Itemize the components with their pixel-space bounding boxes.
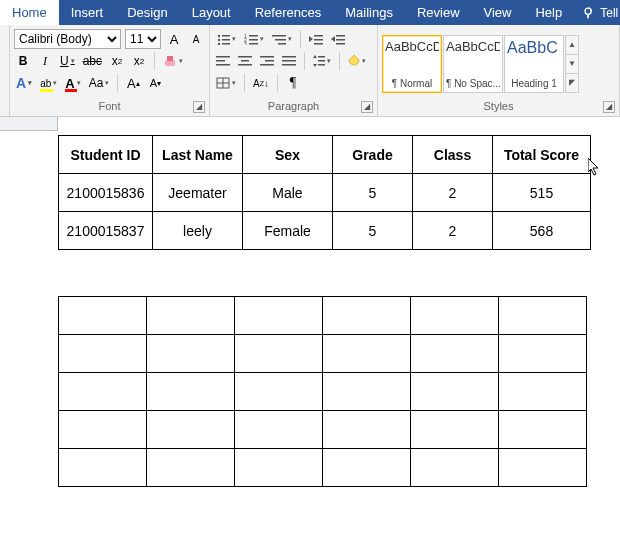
bullets-button[interactable] [214,29,238,49]
table-cell[interactable] [59,373,147,411]
table-cell[interactable] [323,297,411,335]
clear-formatting-button[interactable] [161,51,185,71]
table-cell[interactable] [235,335,323,373]
show-marks-button[interactable]: ¶ [284,73,302,93]
table-cell[interactable]: Jeemater [153,174,243,212]
column-header[interactable]: Class [413,136,493,174]
styles-scroll[interactable]: ▲▼◤ [565,35,579,93]
column-header[interactable]: Last Name [153,136,243,174]
table-cell[interactable] [499,411,587,449]
table-cell[interactable] [411,335,499,373]
style-heading-1[interactable]: AaBbCHeading 1 [504,35,564,93]
tab-review[interactable]: Review [405,0,472,25]
subscript-button[interactable]: x2 [108,51,126,71]
table-cell[interactable]: 5 [333,174,413,212]
increase-indent-button[interactable] [329,29,347,49]
table-cell[interactable] [411,297,499,335]
table-cell[interactable] [147,373,235,411]
shading-button[interactable] [346,51,368,71]
table-cell[interactable]: 2 [413,174,493,212]
table-cell[interactable]: 5 [333,212,413,250]
tab-home[interactable]: Home [0,0,59,25]
table-cell[interactable]: Female [243,212,333,250]
shrink-font-button-2[interactable]: A▾ [146,73,164,93]
styles-gallery[interactable]: AaBbCcDc¶ NormalAaBbCcDc¶ No Spac...AaBb… [382,33,615,95]
style--no-spac-[interactable]: AaBbCcDc¶ No Spac... [443,35,503,93]
table-cell[interactable]: 2100015837 [59,212,153,250]
text-effects-button[interactable]: A [14,73,34,93]
table-header-row[interactable]: Student IDLast NameSexGradeClassTotal Sc… [59,136,591,174]
column-header[interactable]: Student ID [59,136,153,174]
table-cell[interactable]: 2100015836 [59,174,153,212]
tab-layout[interactable]: Layout [180,0,243,25]
table-row[interactable] [59,411,587,449]
font-size-select[interactable]: 11 [125,29,161,49]
line-spacing-button[interactable] [311,51,333,71]
bold-button[interactable]: B [14,51,32,71]
sort-button[interactable]: AZ↓ [251,73,271,93]
strikethrough-button[interactable]: abc [81,51,104,71]
font-dialog-launcher[interactable]: ◢ [193,101,205,113]
tab-mailings[interactable]: Mailings [333,0,405,25]
underline-button[interactable]: U [58,51,77,71]
table-cell[interactable] [59,335,147,373]
table-cell[interactable] [235,449,323,487]
table-cell[interactable] [411,373,499,411]
table-cell[interactable] [411,449,499,487]
table-cell[interactable] [411,411,499,449]
decrease-indent-button[interactable] [307,29,325,49]
justify-button[interactable] [280,51,298,71]
student-table[interactable]: Student IDLast NameSexGradeClassTotal Sc… [58,135,591,250]
font-name-select[interactable]: Calibri (Body) [14,29,121,49]
style--normal[interactable]: AaBbCcDc¶ Normal [382,35,442,93]
align-center-button[interactable] [236,51,254,71]
table-row[interactable] [59,449,587,487]
tell-me-search[interactable]: Tell [574,0,620,25]
change-case-button[interactable]: Aa [87,73,112,93]
table-row[interactable] [59,373,587,411]
table-row[interactable]: 2100015837leelyFemale52568 [59,212,591,250]
italic-button[interactable]: I [36,51,54,71]
styles-dialog-launcher[interactable]: ◢ [603,101,615,113]
superscript-button[interactable]: x2 [130,51,148,71]
align-left-button[interactable] [214,51,232,71]
table-cell[interactable] [147,297,235,335]
table-cell[interactable]: 2 [413,212,493,250]
font-color-button[interactable]: A [63,73,82,93]
table-cell[interactable] [147,449,235,487]
table-cell[interactable]: Male [243,174,333,212]
table-cell[interactable]: leely [153,212,243,250]
table-row[interactable]: 2100015836JeematerMale52515 [59,174,591,212]
table-cell[interactable] [323,449,411,487]
table-cell[interactable] [499,297,587,335]
numbering-button[interactable]: 123 [242,29,266,49]
tab-references[interactable]: References [243,0,333,25]
highlight-button[interactable]: ab [38,73,59,93]
table-cell[interactable] [147,335,235,373]
table-cell[interactable] [323,373,411,411]
table-cell[interactable] [323,335,411,373]
table-cell[interactable] [59,449,147,487]
table-cell[interactable] [499,373,587,411]
tab-view[interactable]: View [472,0,524,25]
column-header[interactable]: Sex [243,136,333,174]
table-cell[interactable] [147,411,235,449]
align-right-button[interactable] [258,51,276,71]
table-cell[interactable] [323,411,411,449]
grow-font-button-2[interactable]: A▴ [124,73,142,93]
borders-button[interactable] [214,73,238,93]
table-cell[interactable] [235,411,323,449]
table-cell[interactable] [235,373,323,411]
column-header[interactable]: Grade [333,136,413,174]
empty-table[interactable] [58,296,587,487]
tab-insert[interactable]: Insert [59,0,116,25]
document-area[interactable]: Student IDLast NameSexGradeClassTotal Sc… [0,117,620,540]
multilevel-list-button[interactable] [270,29,294,49]
paragraph-dialog-launcher[interactable]: ◢ [361,101,373,113]
table-cell[interactable] [59,297,147,335]
grow-font-button[interactable]: A [165,29,183,49]
tab-design[interactable]: Design [115,0,179,25]
table-row[interactable] [59,335,587,373]
table-cell[interactable] [235,297,323,335]
table-cell[interactable] [59,411,147,449]
